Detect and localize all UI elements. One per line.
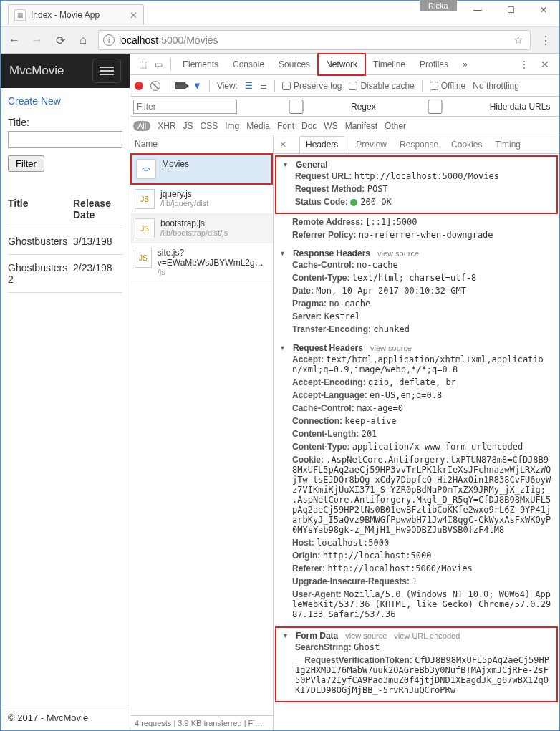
detail-tab-timing[interactable]: Timing [493, 137, 522, 153]
request-list: Name <> Movies JS jquery.js/lib/jquery/d… [130, 135, 274, 730]
page-favicon: ▦ [14, 9, 26, 21]
section-form-data: Form Dataview sourceview URL encoded Sea… [275, 626, 558, 702]
device-icon[interactable]: ▭ [150, 59, 166, 69]
type-other[interactable]: Other [385, 121, 406, 131]
type-font[interactable]: Font [277, 121, 294, 131]
detail-tab-preview[interactable]: Preview [354, 137, 388, 153]
title-label: Title: [8, 117, 122, 128]
request-row[interactable]: <> Movies [130, 153, 273, 185]
section-response-headers: Response Headersview source Cache-Contro… [274, 246, 559, 340]
throttling-select[interactable]: No throttling [473, 81, 519, 91]
type-xhr[interactable]: XHR [158, 121, 175, 131]
section-request-headers: Request Headersview source Accept: text/… [274, 340, 559, 625]
view-large-icon[interactable]: ☰ [245, 81, 253, 91]
site-info-icon[interactable]: i [103, 34, 115, 46]
request-detail: ✕ Headers Preview Response Cookies Timin… [274, 135, 559, 730]
js-icon: JS [135, 218, 155, 238]
filter-bar: Regex Hide data URLs [130, 97, 559, 117]
user-tag: Ricka [420, 0, 457, 11]
reload-button[interactable]: ⟳ [52, 32, 68, 48]
home-button[interactable]: ⌂ [75, 32, 91, 48]
browser-menu-icon[interactable]: ⋮ [538, 32, 554, 48]
app-footer: © 2017 - MvcMovie [1, 705, 130, 730]
brand-link[interactable]: MvcMovie [9, 64, 64, 78]
filter-button[interactable]: Filter [8, 155, 44, 172]
request-row[interactable]: JS jquery.js/lib/jquery/dist [130, 185, 273, 214]
tab-timeline[interactable]: Timeline [366, 54, 412, 74]
browser-toolbar: ← → ⟳ ⌂ i localhost:5000/Movies ☆ ⋮ [1, 26, 559, 54]
movies-table: Title Release Date Ghostbusters 3/13/198… [8, 190, 122, 293]
back-button[interactable]: ← [6, 32, 22, 48]
col-title: Title [8, 190, 73, 228]
devtools-close-icon[interactable]: ✕ [535, 59, 555, 70]
type-js[interactable]: JS [183, 121, 193, 131]
devtools-tabs: ⬚ ▭ Elements Console Sources Network Tim… [130, 54, 559, 75]
detail-tab-response[interactable]: Response [398, 137, 440, 153]
network-controls: ▼ View: ☰ ≣ Preserve log Disable cache O… [130, 75, 559, 97]
tab-network[interactable]: Network [317, 53, 366, 76]
document-icon: <> [136, 159, 156, 179]
view-small-icon[interactable]: ≣ [260, 81, 267, 91]
detail-tab-headers[interactable]: Headers [299, 136, 344, 153]
record-button[interactable] [135, 82, 143, 90]
bookmark-icon[interactable]: ☆ [513, 34, 523, 47]
type-filters: All XHR JS CSS Img Media Font Doc WS Man… [130, 117, 559, 135]
table-row: Ghostbusters 3/13/198 [8, 228, 122, 255]
hide-data-urls-checkbox[interactable]: Hide data URLs [383, 100, 551, 114]
section-general: General Request URL: http://localhost:50… [275, 155, 558, 214]
minimize-button[interactable]: — [461, 0, 494, 20]
screenshot-icon[interactable] [175, 82, 185, 89]
inspect-icon[interactable]: ⬚ [135, 59, 150, 69]
type-css[interactable]: CSS [201, 121, 218, 131]
tab-title: Index - Movie App [31, 10, 130, 20]
create-new-link[interactable]: Create New [8, 95, 61, 107]
tab-sources[interactable]: Sources [271, 54, 317, 74]
type-ws[interactable]: WS [324, 121, 337, 131]
filter-icon[interactable]: ▼ [193, 80, 202, 91]
type-manifest[interactable]: Manifest [345, 121, 377, 131]
disable-cache-checkbox[interactable]: Disable cache [349, 81, 414, 91]
address-bar[interactable]: i localhost:5000/Movies ☆ [98, 30, 531, 50]
window-titlebar: Ricka — ☐ ✕ ▦ Index - Movie App ✕ [1, 1, 559, 26]
forward-button[interactable]: → [29, 32, 45, 48]
tab-profiles[interactable]: Profiles [412, 54, 455, 74]
request-row[interactable]: JS bootstrap.js/lib/bootstrap/dist/js [130, 214, 273, 243]
filter-input[interactable] [133, 100, 237, 114]
tab-more[interactable]: » [455, 54, 475, 74]
regex-checkbox[interactable]: Regex [244, 100, 376, 114]
maximize-button[interactable]: ☐ [494, 0, 527, 20]
close-window-button[interactable]: ✕ [527, 0, 560, 20]
name-column-header: Name [130, 135, 273, 153]
js-icon: JS [135, 189, 155, 209]
status-ok-icon [350, 199, 357, 206]
request-row[interactable]: JS site.js?v=EWaMeWsJBYWmL2g…/js [130, 243, 273, 281]
type-media[interactable]: Media [246, 121, 270, 131]
devtools-menu-icon[interactable]: ⋮ [513, 59, 535, 70]
menu-toggle-button[interactable] [92, 59, 121, 83]
close-detail-icon[interactable]: ✕ [276, 140, 289, 150]
preserve-log-checkbox[interactable]: Preserve log [282, 81, 342, 91]
close-tab-icon[interactable]: ✕ [130, 10, 137, 21]
browser-tab[interactable]: ▦ Index - Movie App ✕ [8, 4, 144, 25]
detail-tab-cookies[interactable]: Cookies [450, 137, 483, 153]
view-label: View: [217, 81, 238, 91]
col-release-date: Release Date [73, 190, 122, 228]
clear-button[interactable] [150, 81, 160, 91]
app-panel: MvcMovie Create New Title: Filter Title … [1, 54, 130, 730]
tab-elements[interactable]: Elements [175, 54, 226, 74]
app-navbar: MvcMovie [1, 54, 130, 88]
type-img[interactable]: Img [225, 121, 239, 131]
request-summary: 4 requests | 3.9 KB transferred | Fi… [130, 715, 273, 730]
type-all[interactable]: All [133, 121, 150, 131]
title-input[interactable] [8, 131, 122, 148]
js-icon: JS [135, 248, 152, 268]
table-row: Ghostbusters 2 2/23/198 [8, 255, 122, 293]
type-doc[interactable]: Doc [301, 121, 317, 131]
offline-checkbox[interactable]: Offline [430, 81, 465, 91]
tab-console[interactable]: Console [226, 54, 271, 74]
devtools-panel: ⬚ ▭ Elements Console Sources Network Tim… [130, 54, 559, 730]
